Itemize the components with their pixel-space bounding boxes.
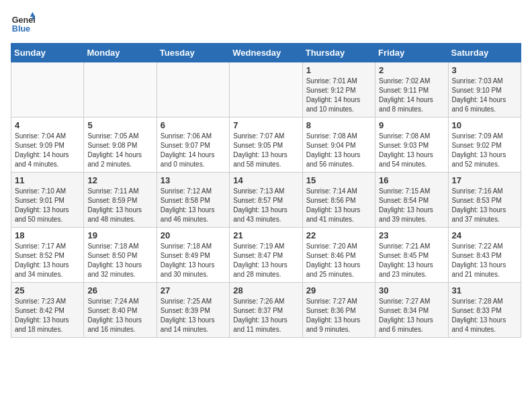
day-number: 16 <box>379 175 444 185</box>
calendar-cell: 31Sunrise: 7:28 AM Sunset: 8:33 PM Dayli… <box>448 283 521 338</box>
calendar-cell: 25Sunrise: 7:23 AM Sunset: 8:42 PM Dayli… <box>11 283 84 338</box>
logo-icon: General Blue <box>11 11 35 35</box>
calendar-week-row: 18Sunrise: 7:17 AM Sunset: 8:52 PM Dayli… <box>11 228 521 283</box>
day-number: 22 <box>306 230 371 240</box>
calendar-week-row: 11Sunrise: 7:10 AM Sunset: 9:01 PM Dayli… <box>11 173 521 228</box>
day-info: Sunrise: 7:24 AM Sunset: 8:40 PM Dayligh… <box>87 297 152 334</box>
calendar-cell: 4Sunrise: 7:04 AM Sunset: 9:09 PM Daylig… <box>11 118 84 173</box>
day-info: Sunrise: 7:06 AM Sunset: 9:07 PM Dayligh… <box>161 132 226 169</box>
calendar-cell: 27Sunrise: 7:25 AM Sunset: 8:39 PM Dayli… <box>157 283 229 338</box>
day-info: Sunrise: 7:09 AM Sunset: 9:02 PM Dayligh… <box>452 132 517 169</box>
day-number: 20 <box>161 230 226 240</box>
calendar-cell: 20Sunrise: 7:18 AM Sunset: 8:49 PM Dayli… <box>157 228 229 283</box>
day-number: 23 <box>379 230 444 240</box>
day-number: 14 <box>233 175 298 185</box>
day-number: 10 <box>452 120 517 130</box>
calendar-week-row: 1Sunrise: 7:01 AM Sunset: 9:12 PM Daylig… <box>11 62 521 118</box>
day-info: Sunrise: 7:20 AM Sunset: 8:46 PM Dayligh… <box>306 242 371 279</box>
calendar-cell: 1Sunrise: 7:01 AM Sunset: 9:12 PM Daylig… <box>302 62 375 118</box>
day-number: 19 <box>87 230 152 240</box>
day-number: 21 <box>233 230 298 240</box>
calendar-cell: 17Sunrise: 7:16 AM Sunset: 8:53 PM Dayli… <box>448 173 521 228</box>
day-number: 3 <box>452 65 517 75</box>
day-number: 5 <box>87 120 152 130</box>
day-info: Sunrise: 7:22 AM Sunset: 8:43 PM Dayligh… <box>452 242 517 279</box>
day-number: 15 <box>306 175 371 185</box>
day-info: Sunrise: 7:01 AM Sunset: 9:12 PM Dayligh… <box>306 77 371 114</box>
calendar-table: SundayMondayTuesdayWednesdayThursdayFrid… <box>11 43 521 338</box>
calendar-cell: 12Sunrise: 7:11 AM Sunset: 8:59 PM Dayli… <box>84 173 157 228</box>
day-info: Sunrise: 7:11 AM Sunset: 8:59 PM Dayligh… <box>87 187 152 224</box>
day-info: Sunrise: 7:04 AM Sunset: 9:09 PM Dayligh… <box>15 132 80 169</box>
day-number: 8 <box>306 120 371 130</box>
calendar-cell: 22Sunrise: 7:20 AM Sunset: 8:46 PM Dayli… <box>302 228 375 283</box>
weekday-header: Saturday <box>448 44 521 62</box>
day-number: 4 <box>15 120 80 130</box>
day-number: 31 <box>452 285 517 295</box>
day-info: Sunrise: 7:02 AM Sunset: 9:11 PM Dayligh… <box>379 77 444 114</box>
day-number: 2 <box>379 65 444 75</box>
calendar-header-row: SundayMondayTuesdayWednesdayThursdayFrid… <box>11 44 521 62</box>
calendar-cell <box>230 62 302 118</box>
calendar-week-row: 25Sunrise: 7:23 AM Sunset: 8:42 PM Dayli… <box>11 283 521 338</box>
calendar-cell: 7Sunrise: 7:07 AM Sunset: 9:05 PM Daylig… <box>230 118 302 173</box>
day-number: 26 <box>87 285 152 295</box>
day-number: 27 <box>161 285 226 295</box>
calendar-cell <box>157 62 229 118</box>
weekday-header: Thursday <box>302 44 375 62</box>
svg-text:Blue: Blue <box>12 24 30 34</box>
weekday-header: Wednesday <box>230 44 302 62</box>
day-info: Sunrise: 7:05 AM Sunset: 9:08 PM Dayligh… <box>87 132 152 169</box>
weekday-header: Tuesday <box>157 44 229 62</box>
day-info: Sunrise: 7:08 AM Sunset: 9:03 PM Dayligh… <box>379 132 444 169</box>
day-info: Sunrise: 7:28 AM Sunset: 8:33 PM Dayligh… <box>452 297 517 334</box>
weekday-header: Monday <box>84 44 157 62</box>
day-info: Sunrise: 7:07 AM Sunset: 9:05 PM Dayligh… <box>233 132 298 169</box>
day-info: Sunrise: 7:03 AM Sunset: 9:10 PM Dayligh… <box>452 77 517 114</box>
calendar-cell: 9Sunrise: 7:08 AM Sunset: 9:03 PM Daylig… <box>375 118 448 173</box>
day-info: Sunrise: 7:18 AM Sunset: 8:49 PM Dayligh… <box>161 242 226 279</box>
calendar-cell: 28Sunrise: 7:26 AM Sunset: 8:37 PM Dayli… <box>230 283 302 338</box>
day-number: 7 <box>233 120 298 130</box>
calendar-week-row: 4Sunrise: 7:04 AM Sunset: 9:09 PM Daylig… <box>11 118 521 173</box>
day-number: 11 <box>15 175 80 185</box>
day-info: Sunrise: 7:25 AM Sunset: 8:39 PM Dayligh… <box>161 297 226 334</box>
day-info: Sunrise: 7:18 AM Sunset: 8:50 PM Dayligh… <box>87 242 152 279</box>
day-number: 28 <box>233 285 298 295</box>
calendar-cell: 24Sunrise: 7:22 AM Sunset: 8:43 PM Dayli… <box>448 228 521 283</box>
weekday-header: Friday <box>375 44 448 62</box>
day-number: 29 <box>306 285 371 295</box>
day-info: Sunrise: 7:13 AM Sunset: 8:57 PM Dayligh… <box>233 187 298 224</box>
calendar-cell: 15Sunrise: 7:14 AM Sunset: 8:56 PM Dayli… <box>302 173 375 228</box>
page-header: General Blue <box>11 11 521 35</box>
calendar-cell <box>11 62 84 118</box>
day-info: Sunrise: 7:23 AM Sunset: 8:42 PM Dayligh… <box>15 297 80 334</box>
svg-marker-2 <box>30 12 35 17</box>
calendar-cell: 8Sunrise: 7:08 AM Sunset: 9:04 PM Daylig… <box>302 118 375 173</box>
day-number: 24 <box>452 230 517 240</box>
calendar-cell: 30Sunrise: 7:27 AM Sunset: 8:34 PM Dayli… <box>375 283 448 338</box>
calendar-cell: 29Sunrise: 7:27 AM Sunset: 8:36 PM Dayli… <box>302 283 375 338</box>
day-info: Sunrise: 7:15 AM Sunset: 8:54 PM Dayligh… <box>379 187 444 224</box>
calendar-cell: 2Sunrise: 7:02 AM Sunset: 9:11 PM Daylig… <box>375 62 448 118</box>
calendar-cell: 18Sunrise: 7:17 AM Sunset: 8:52 PM Dayli… <box>11 228 84 283</box>
day-number: 12 <box>87 175 152 185</box>
day-info: Sunrise: 7:27 AM Sunset: 8:36 PM Dayligh… <box>306 297 371 334</box>
day-number: 18 <box>15 230 80 240</box>
calendar-cell: 11Sunrise: 7:10 AM Sunset: 9:01 PM Dayli… <box>11 173 84 228</box>
calendar-cell: 3Sunrise: 7:03 AM Sunset: 9:10 PM Daylig… <box>448 62 521 118</box>
day-info: Sunrise: 7:10 AM Sunset: 9:01 PM Dayligh… <box>15 187 80 224</box>
day-info: Sunrise: 7:21 AM Sunset: 8:45 PM Dayligh… <box>379 242 444 279</box>
logo: General Blue <box>11 11 35 35</box>
calendar-cell: 23Sunrise: 7:21 AM Sunset: 8:45 PM Dayli… <box>375 228 448 283</box>
day-info: Sunrise: 7:26 AM Sunset: 8:37 PM Dayligh… <box>233 297 298 334</box>
day-number: 30 <box>379 285 444 295</box>
calendar-cell: 16Sunrise: 7:15 AM Sunset: 8:54 PM Dayli… <box>375 173 448 228</box>
day-number: 6 <box>161 120 226 130</box>
day-info: Sunrise: 7:27 AM Sunset: 8:34 PM Dayligh… <box>379 297 444 334</box>
day-info: Sunrise: 7:19 AM Sunset: 8:47 PM Dayligh… <box>233 242 298 279</box>
day-number: 13 <box>161 175 226 185</box>
day-number: 17 <box>452 175 517 185</box>
day-info: Sunrise: 7:17 AM Sunset: 8:52 PM Dayligh… <box>15 242 80 279</box>
calendar-cell: 5Sunrise: 7:05 AM Sunset: 9:08 PM Daylig… <box>84 118 157 173</box>
